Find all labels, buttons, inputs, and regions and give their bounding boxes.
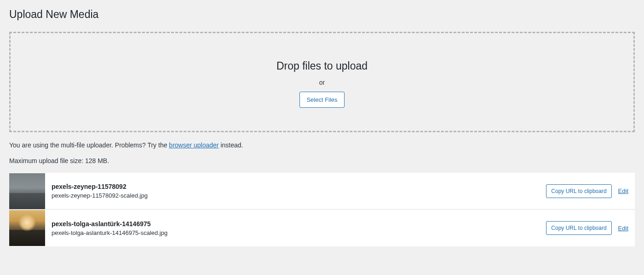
page-title: Upload New Media: [9, 8, 635, 21]
media-actions: Copy URL to clipboard Edit: [546, 221, 635, 235]
uploaded-media-list: pexels-zeynep-11578092 pexels-zeynep-115…: [9, 173, 635, 246]
media-item: pexels-tolga-aslantürk-14146975 pexels-t…: [9, 210, 635, 246]
media-thumbnail: [9, 210, 45, 246]
media-item: pexels-zeynep-11578092 pexels-zeynep-115…: [9, 173, 635, 210]
info-suffix: instead.: [219, 141, 243, 149]
browser-uploader-link[interactable]: browser uploader: [169, 141, 218, 149]
media-info: pexels-tolga-aslantürk-14146975 pexels-t…: [45, 220, 546, 236]
max-upload-size-text: Maximum upload file size: 128 MB.: [9, 157, 635, 164]
upload-dropzone[interactable]: Drop files to upload or Select Files: [9, 32, 635, 132]
media-title: pexels-zeynep-11578092: [52, 183, 540, 190]
uploader-info-text: You are using the multi-file uploader. P…: [9, 141, 635, 149]
media-actions: Copy URL to clipboard Edit: [546, 184, 635, 198]
copy-url-button[interactable]: Copy URL to clipboard: [546, 184, 611, 198]
info-prefix: You are using the multi-file uploader. P…: [9, 141, 169, 149]
edit-link[interactable]: Edit: [618, 187, 628, 194]
copy-url-button[interactable]: Copy URL to clipboard: [546, 221, 611, 235]
media-filename: pexels-zeynep-11578092-scaled.jpg: [52, 192, 540, 199]
media-filename: pexels-tolga-aslanturk-14146975-scaled.j…: [52, 229, 540, 236]
select-files-button[interactable]: Select Files: [299, 92, 344, 108]
media-info: pexels-zeynep-11578092 pexels-zeynep-115…: [45, 183, 546, 199]
edit-link[interactable]: Edit: [618, 225, 628, 232]
drop-heading: Drop files to upload: [11, 60, 633, 72]
media-title: pexels-tolga-aslantürk-14146975: [52, 220, 540, 228]
media-thumbnail: [9, 173, 45, 209]
drop-or-text: or: [11, 79, 633, 86]
